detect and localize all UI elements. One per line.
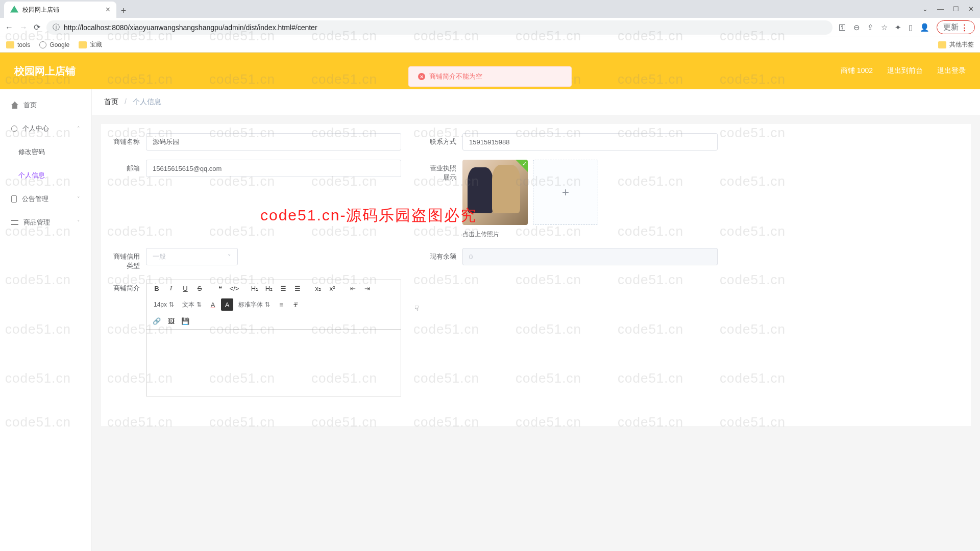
- close-tab-icon[interactable]: ×: [106, 5, 110, 14]
- chevron-up-icon: ˄: [77, 126, 80, 132]
- folder-icon: [79, 41, 87, 48]
- window-controls: ⌄ — ☐ ✕: [922, 0, 980, 18]
- font-family-select[interactable]: 标准字体⇅: [235, 300, 273, 309]
- superscript-button[interactable]: x²: [326, 282, 338, 294]
- browser-tabs: 校园网上店铺 × + ⌄ — ☐ ✕: [0, 0, 980, 18]
- format-select[interactable]: 文本⇅: [179, 300, 205, 309]
- chevron-down-icon: ˅: [77, 219, 80, 226]
- bookmarks-bar: tools Google 宝藏 其他书签: [0, 37, 980, 53]
- contact-label: 联系方式: [428, 133, 462, 146]
- underline-button[interactable]: U: [179, 282, 191, 294]
- folder-icon: [938, 41, 946, 48]
- outdent-button[interactable]: ⇤: [347, 282, 359, 294]
- credit-select[interactable]: 一般 ˅: [146, 248, 238, 265]
- share-icon[interactable]: ⇪: [867, 23, 874, 32]
- vue-favicon: [10, 6, 18, 14]
- indent-button[interactable]: ⇥: [361, 282, 373, 294]
- h2-button[interactable]: H₂: [263, 282, 275, 294]
- bookmark-other[interactable]: 其他书签: [938, 40, 974, 49]
- image-button[interactable]: 🖼: [165, 315, 177, 327]
- h1-button[interactable]: H₁: [249, 282, 261, 294]
- sidebar-item-personal[interactable]: 个人中心 ˄: [0, 117, 91, 140]
- key-icon[interactable]: ⚿: [839, 23, 846, 32]
- chevron-down-icon: ˅: [77, 196, 80, 203]
- license-label: 营业执照展示: [428, 160, 462, 182]
- sidebar: 首页 个人中心 ˄ 修改密码 个人信息 公告管理 ˅ 商品管理 ˅: [0, 89, 92, 551]
- bookmark-tools[interactable]: tools: [6, 41, 30, 48]
- breadcrumb-home[interactable]: 首页: [104, 97, 118, 106]
- shop-name-label: 商铺名称: [111, 133, 146, 146]
- uploaded-image-thumb[interactable]: [462, 160, 528, 225]
- sidebar-item-home[interactable]: 首页: [0, 93, 91, 117]
- star-icon[interactable]: ☆: [881, 23, 888, 32]
- maximize-icon[interactable]: ☐: [953, 5, 959, 13]
- italic-button[interactable]: I: [165, 282, 177, 294]
- upload-tip: 点击上传照片: [462, 230, 598, 239]
- font-size-select[interactable]: 14px⇅: [151, 301, 177, 308]
- minimize-icon[interactable]: —: [937, 5, 944, 13]
- globe-icon: [39, 41, 46, 48]
- document-icon: [11, 195, 17, 203]
- save-button[interactable]: 💾: [179, 315, 191, 327]
- sidebar-item-announcement[interactable]: 公告管理 ˅: [0, 187, 91, 211]
- chevron-down-icon[interactable]: ⌄: [922, 5, 928, 13]
- profile-icon[interactable]: 👤: [920, 23, 929, 32]
- email-input[interactable]: [146, 160, 401, 177]
- clear-format-button[interactable]: T: [289, 298, 302, 311]
- bg-color-button[interactable]: A: [221, 298, 233, 311]
- link-button[interactable]: 🔗: [151, 315, 163, 327]
- rich-text-editor: B I U S ❝ </> H₁ H₂ ☰ ☰: [146, 280, 401, 396]
- chevron-down-icon: ˅: [228, 253, 231, 261]
- balance-input: [462, 248, 718, 265]
- code-button[interactable]: </>: [228, 282, 240, 294]
- update-button[interactable]: 更新 ⋮: [937, 20, 975, 34]
- sidebar-item-personal-info[interactable]: 个人信息: [0, 164, 91, 187]
- menu-dots-icon: ⋮: [961, 23, 968, 32]
- sidebar-item-change-password[interactable]: 修改密码: [0, 140, 91, 164]
- user-icon: [11, 126, 17, 132]
- contact-input[interactable]: [462, 133, 718, 151]
- zoom-icon[interactable]: ⊖: [853, 23, 860, 32]
- notification-message: 商铺简介不能为空: [429, 72, 482, 81]
- breadcrumb-current: 个人信息: [133, 97, 161, 106]
- home-icon: [11, 102, 18, 109]
- quote-button[interactable]: ❝: [214, 282, 226, 294]
- breadcrumb: 首页 / 个人信息: [92, 89, 980, 115]
- close-window-icon[interactable]: ✕: [968, 5, 974, 13]
- editor-toolbar: B I U S ❝ </> H₁ H₂ ☰ ☰: [146, 280, 401, 330]
- text-color-button[interactable]: A: [207, 298, 219, 311]
- balance-label: 现有余额: [428, 248, 462, 261]
- info-icon: ⓘ: [53, 23, 60, 32]
- browser-tab[interactable]: 校园网上店铺 ×: [4, 2, 116, 18]
- forward-icon[interactable]: →: [19, 23, 28, 32]
- new-tab-button[interactable]: +: [116, 4, 131, 18]
- back-icon[interactable]: ←: [5, 23, 13, 32]
- upload-add-button[interactable]: +: [533, 160, 598, 225]
- strike-button[interactable]: S: [193, 282, 206, 294]
- sidebar-item-product[interactable]: 商品管理 ˅: [0, 211, 91, 234]
- tab-title: 校园网上店铺: [22, 6, 102, 14]
- subscript-button[interactable]: x₂: [312, 282, 324, 294]
- bold-button[interactable]: B: [151, 282, 163, 294]
- folder-icon: [6, 41, 14, 48]
- shop-id-label[interactable]: 商铺 1002: [841, 66, 873, 76]
- bookmark-google[interactable]: Google: [39, 41, 69, 48]
- main-content: 首页 / 个人信息 商铺名称 联系方式 邮箱: [92, 89, 980, 551]
- logout-front-link[interactable]: 退出到前台: [887, 66, 923, 76]
- ul-button[interactable]: ☰: [291, 282, 304, 294]
- logout-link[interactable]: 退出登录: [937, 66, 966, 76]
- reload-icon[interactable]: ⟳: [34, 22, 40, 32]
- success-corner-icon: [516, 160, 528, 172]
- extensions-icon[interactable]: ✦: [895, 23, 901, 32]
- toolbar-icons: ⚿ ⊖ ⇪ ☆ ✦ ▯ 👤 更新 ⋮: [839, 20, 975, 34]
- email-label: 邮箱: [111, 160, 146, 173]
- bookmark-treasure[interactable]: 宝藏: [79, 40, 102, 49]
- address-bar: ← → ⟳ ⓘ http://localhost:8080/xiaoyuanwa…: [0, 18, 980, 37]
- align-button[interactable]: ≡: [275, 298, 287, 311]
- url-field[interactable]: ⓘ http://localhost:8080/xiaoyuanwangshan…: [46, 20, 832, 35]
- ol-button[interactable]: ☰: [277, 282, 289, 294]
- credit-label: 商铺信用类型: [111, 248, 146, 270]
- shop-name-input[interactable]: [146, 133, 401, 151]
- sidepanel-icon[interactable]: ▯: [909, 23, 913, 32]
- editor-content[interactable]: [146, 330, 401, 396]
